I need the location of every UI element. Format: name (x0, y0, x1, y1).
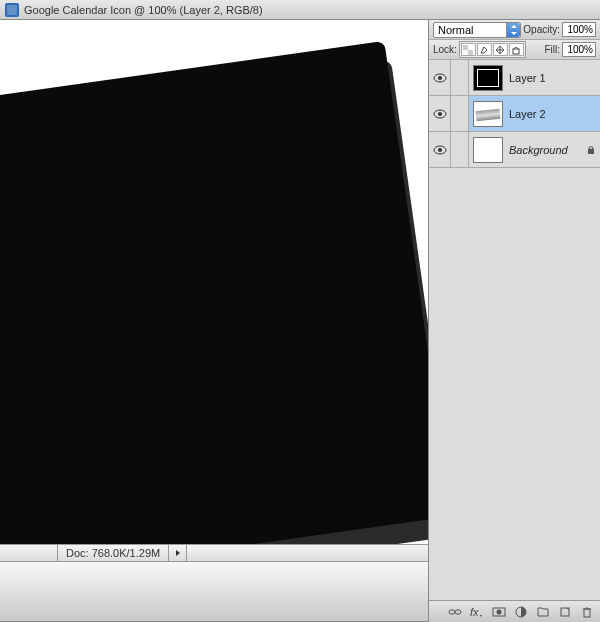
fill-input[interactable] (562, 42, 596, 57)
canvas-artwork (0, 41, 428, 544)
canvas[interactable] (0, 20, 428, 544)
svg-rect-4 (513, 49, 519, 54)
layers-list: Layer 1 Layer 2 Background (429, 60, 600, 600)
layer-thumbnail[interactable] (473, 101, 503, 127)
layers-panel: Normal Opacity: Lock: (428, 20, 600, 622)
svg-point-10 (438, 148, 442, 152)
svg-point-8 (438, 112, 442, 116)
svg-point-6 (438, 76, 442, 80)
layer-group-button[interactable] (534, 604, 552, 620)
opacity-input[interactable] (562, 22, 596, 37)
visibility-toggle[interactable] (429, 96, 451, 131)
status-bar: Doc: 768.0K/1.29M (0, 544, 428, 562)
layer-mask-button[interactable] (490, 604, 508, 620)
lock-pixels-button[interactable] (477, 43, 492, 56)
delete-layer-button[interactable] (578, 604, 596, 620)
svg-rect-2 (463, 45, 468, 50)
lock-all-button[interactable] (509, 43, 524, 56)
link-layers-button[interactable] (446, 604, 464, 620)
layer-name[interactable]: Layer 2 (507, 108, 600, 120)
layer-name[interactable]: Background (507, 144, 582, 156)
lock-label: Lock: (433, 44, 457, 55)
svg-text:fx: fx (470, 606, 479, 618)
document-title: Google Calendar Icon @ 100% (Layer 2, RG… (24, 4, 263, 16)
lock-buttons-group (459, 41, 526, 58)
workspace-gray-area (0, 562, 428, 622)
blend-mode-value: Normal (438, 24, 473, 36)
layer-effects-button[interactable]: fx (468, 604, 486, 620)
svg-point-12 (449, 609, 455, 613)
fill-label: Fill: (544, 44, 560, 55)
layers-panel-footer: fx (429, 600, 600, 622)
layer-row[interactable]: Layer 1 (429, 60, 600, 96)
document-titlebar: Google Calendar Icon @ 100% (Layer 2, RG… (0, 0, 600, 20)
lock-position-button[interactable] (493, 43, 508, 56)
opacity-label: Opacity: (523, 24, 560, 35)
layer-row[interactable]: Background (429, 132, 600, 168)
svg-point-13 (455, 609, 461, 613)
blend-mode-select[interactable]: Normal (433, 22, 521, 38)
adjustment-layer-button[interactable] (512, 604, 530, 620)
status-doc-size: Doc: 768.0K/1.29M (58, 545, 169, 561)
lock-transparency-button[interactable] (461, 43, 476, 56)
lock-icon (582, 144, 600, 155)
svg-rect-1 (7, 5, 17, 15)
visibility-toggle[interactable] (429, 60, 451, 95)
layer-thumbnail[interactable] (473, 65, 503, 91)
layer-row[interactable]: Layer 2 (429, 96, 600, 132)
dropdown-arrows-icon (506, 23, 520, 37)
svg-rect-3 (468, 50, 473, 55)
status-menu-arrow[interactable] (169, 545, 187, 561)
photoshop-icon (4, 2, 20, 18)
svg-rect-19 (584, 609, 590, 617)
layer-name[interactable]: Layer 1 (507, 72, 600, 84)
svg-rect-11 (588, 149, 594, 154)
layer-thumbnail[interactable] (473, 137, 503, 163)
status-zoom-field[interactable] (0, 545, 58, 561)
svg-point-16 (497, 609, 502, 614)
visibility-toggle[interactable] (429, 132, 451, 167)
new-layer-button[interactable] (556, 604, 574, 620)
